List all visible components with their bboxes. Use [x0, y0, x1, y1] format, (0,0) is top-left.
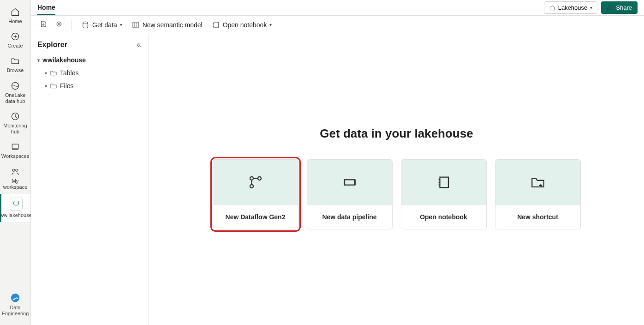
svg-point-12	[134, 25, 135, 26]
lakehouse-icon	[549, 5, 555, 11]
collapse-panel-icon[interactable]	[135, 41, 142, 48]
workspaces-icon	[11, 142, 20, 151]
nav-home[interactable]: Home	[0, 4, 30, 28]
svg-rect-14	[214, 22, 218, 28]
card-new-dataflow[interactable]: New Dataflow Gen2	[213, 159, 298, 229]
action-cards: New Dataflow Gen2 New data pipeline Open…	[213, 159, 581, 229]
svg-rect-3	[12, 144, 18, 149]
nav-monitoring-label: Monitoring hub	[1, 123, 30, 135]
nav-onelake-label: OneLake data hub	[1, 92, 30, 104]
onelake-icon	[11, 81, 20, 90]
open-notebook-label: Open notebook	[223, 21, 267, 29]
svg-point-16	[250, 185, 253, 188]
lakehouse-dropdown[interactable]: Lakehouse ▾	[544, 1, 598, 14]
svg-point-17	[257, 177, 261, 180]
folder-icon	[11, 56, 20, 66]
database-icon	[81, 21, 89, 29]
nav-monitoring[interactable]: Monitoring hub	[0, 108, 30, 138]
get-data-label: Get data	[92, 21, 117, 29]
shortcut-icon	[530, 175, 546, 190]
share-button[interactable]: Share	[601, 1, 638, 14]
open-notebook-button[interactable]: Open notebook ▾	[209, 18, 275, 32]
monitoring-icon	[11, 112, 20, 121]
nav-myworkspace[interactable]: My workspace	[0, 163, 30, 194]
share-label: Share	[616, 4, 632, 11]
nav-wwilakehouse[interactable]: wwilakehouse	[0, 194, 30, 222]
people-icon	[11, 167, 20, 176]
nav-browse-label: Browse	[7, 67, 24, 73]
explorer-title: Explorer	[37, 41, 67, 49]
tree-tables[interactable]: ▾ Tables	[36, 66, 143, 79]
svg-point-13	[136, 25, 137, 26]
tab-home[interactable]: Home	[37, 1, 55, 15]
card-new-shortcut[interactable]: New shortcut	[495, 159, 581, 229]
tree-files[interactable]: ▾ Files	[36, 79, 143, 92]
nav-workspaces[interactable]: Workspaces	[0, 138, 30, 163]
semantic-model-icon	[131, 21, 140, 29]
content-area: Explorer ▾ wwilakehouse ▾ Tables ▾ Files…	[31, 34, 644, 325]
folder-icon	[50, 82, 57, 90]
svg-rect-9	[133, 22, 138, 28]
card-dataflow-label: New Dataflow Gen2	[226, 213, 286, 221]
home-icon	[11, 7, 20, 17]
dataflow-icon	[248, 175, 263, 190]
card-open-notebook[interactable]: Open notebook	[401, 159, 487, 229]
new-semantic-model-button[interactable]: New semantic model	[129, 18, 205, 32]
toolbar: Get data ▾ New semantic model Open noteb…	[31, 16, 644, 34]
plus-circle-icon	[11, 32, 20, 41]
chevron-down-icon: ▾	[590, 5, 592, 10]
card-shortcut-label: New shortcut	[517, 213, 558, 221]
svg-point-5	[16, 169, 18, 171]
card-notebook-label: Open notebook	[420, 213, 467, 221]
nav-wwilakehouse-label: wwilakehouse	[0, 212, 31, 218]
svg-point-7	[58, 23, 60, 25]
svg-point-6	[11, 293, 19, 301]
pipeline-icon	[342, 175, 358, 190]
chevron-down-icon: ▾	[45, 84, 47, 89]
gear-icon	[55, 20, 63, 28]
svg-point-11	[136, 24, 137, 24]
nav-dataeng-label: Data Engineering	[1, 305, 30, 317]
notebook-icon	[436, 175, 452, 190]
chevron-down-icon: ▾	[269, 22, 272, 27]
left-navigation: Home Create Browse OneLake data hub Moni…	[0, 0, 31, 325]
svg-point-4	[12, 169, 15, 171]
data-engineering-icon	[10, 293, 20, 303]
lakehouse-thumb-icon	[10, 198, 23, 211]
nav-onelake[interactable]: OneLake data hub	[0, 78, 30, 108]
tree-files-label: Files	[60, 82, 74, 90]
new-semantic-label: New semantic model	[143, 21, 203, 29]
svg-point-8	[83, 22, 88, 24]
nav-create[interactable]: Create	[0, 28, 30, 53]
nav-data-engineering[interactable]: Data Engineering	[0, 289, 30, 320]
nav-myworkspace-label: My workspace	[1, 178, 30, 190]
toolbar-divider	[72, 19, 72, 30]
get-data-button[interactable]: Get data ▾	[78, 18, 125, 32]
notebook-icon	[212, 21, 220, 29]
main-area: Home Lakehouse ▾ Share Get data ▾	[31, 0, 644, 325]
chevron-down-icon: ▾	[37, 58, 40, 63]
chevron-down-icon: ▾	[45, 71, 47, 76]
svg-rect-18	[344, 180, 355, 185]
chevron-down-icon: ▾	[120, 22, 122, 27]
explorer-panel: Explorer ▾ wwilakehouse ▾ Tables ▾ Files	[31, 34, 149, 325]
nav-home-label: Home	[8, 18, 22, 24]
tree-tables-label: Tables	[60, 69, 78, 77]
tree-root[interactable]: ▾ wwilakehouse	[36, 54, 143, 66]
main-heading: Get data in your lakehouse	[320, 126, 473, 141]
folder-icon	[50, 69, 57, 77]
tree-root-label: wwilakehouse	[42, 56, 86, 64]
refresh-button[interactable]	[37, 18, 49, 31]
svg-rect-19	[440, 177, 448, 188]
nav-create-label: Create	[7, 43, 23, 49]
refresh-icon	[39, 20, 48, 28]
card-new-pipeline[interactable]: New data pipeline	[307, 159, 393, 229]
settings-button[interactable]	[53, 18, 65, 31]
nav-workspaces-label: Workspaces	[1, 153, 29, 159]
svg-point-10	[134, 24, 135, 24]
svg-point-15	[250, 177, 253, 180]
lakehouse-label: Lakehouse	[558, 4, 588, 11]
header-bar: Home Lakehouse ▾ Share	[31, 0, 644, 16]
center-stage: Get data in your lakehouse New Dataflow …	[149, 34, 644, 325]
nav-browse[interactable]: Browse	[0, 53, 30, 77]
